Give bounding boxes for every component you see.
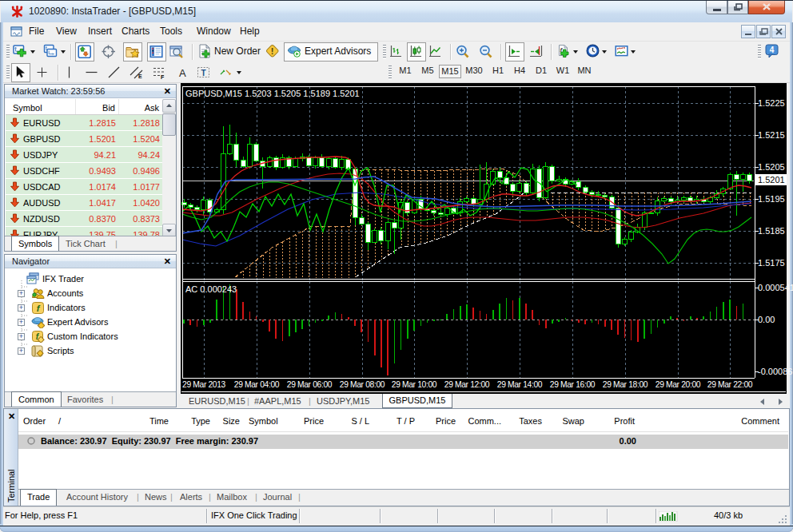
svg-text:29 Mar 12:00: 29 Mar 12:00 bbox=[444, 380, 490, 389]
svg-text:GBPUSD,M15 1.5203 1.5205 1.51: GBPUSD,M15 1.5203 1.5205 1.5189 1.5201 bbox=[185, 89, 360, 98]
svg-text:29 Mar 2013: 29 Mar 2013 bbox=[182, 380, 226, 389]
svg-text:29 Mar 14:00: 29 Mar 14:00 bbox=[497, 380, 543, 389]
svg-text:29 Mar 04:00: 29 Mar 04:00 bbox=[234, 380, 280, 389]
svg-text:1.5225: 1.5225 bbox=[758, 98, 785, 108]
svg-text:T: T bbox=[201, 69, 206, 77]
svg-text:1.5175: 1.5175 bbox=[758, 258, 785, 268]
svg-text:29 Mar 06:00: 29 Mar 06:00 bbox=[287, 380, 333, 389]
svg-text:29 Mar 20:00: 29 Mar 20:00 bbox=[656, 380, 701, 389]
svg-text:29 Mar 08:00: 29 Mar 08:00 bbox=[340, 380, 385, 389]
svg-text:-0.00086: -0.00086 bbox=[758, 367, 792, 376]
svg-text:F: F bbox=[161, 74, 165, 80]
svg-text:AC 0.000243: AC 0.000243 bbox=[185, 284, 237, 294]
svg-text:1.5185: 1.5185 bbox=[758, 226, 785, 236]
svg-text:0.000541: 0.000541 bbox=[758, 283, 793, 292]
svg-text:4: 4 bbox=[770, 46, 775, 54]
svg-text:29 Mar 22:00: 29 Mar 22:00 bbox=[707, 380, 753, 389]
svg-text:1.5215: 1.5215 bbox=[758, 130, 785, 140]
svg-text:29 Mar 10:00: 29 Mar 10:00 bbox=[392, 380, 437, 389]
svg-text:!: ! bbox=[271, 46, 274, 56]
svg-text:29 Mar 18:00: 29 Mar 18:00 bbox=[603, 380, 648, 389]
svg-text:1.5201: 1.5201 bbox=[758, 175, 785, 185]
svg-text:E: E bbox=[138, 73, 142, 79]
svg-text:29 Mar 16:00: 29 Mar 16:00 bbox=[550, 380, 596, 389]
svg-text:1.5205: 1.5205 bbox=[758, 162, 785, 172]
svg-text:1.5195: 1.5195 bbox=[758, 194, 785, 204]
svg-text:0.00: 0.00 bbox=[758, 315, 775, 324]
